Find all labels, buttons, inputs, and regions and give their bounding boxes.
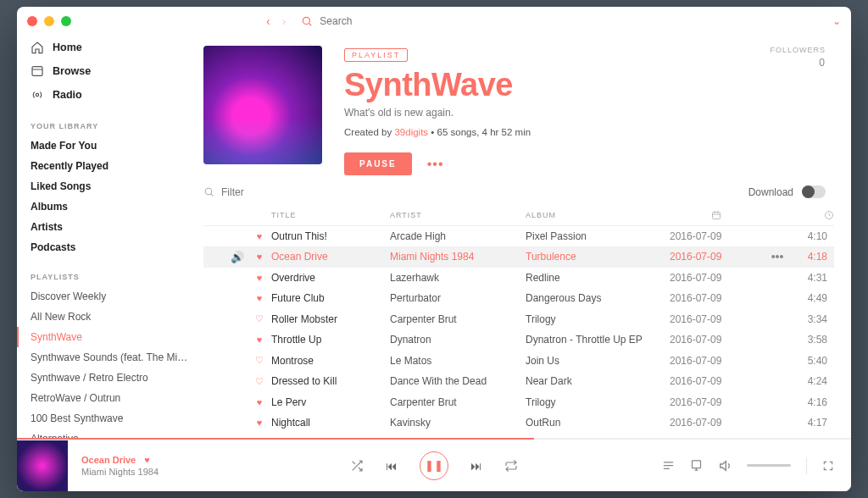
forward-button[interactable]: › xyxy=(282,14,287,28)
track-artist[interactable]: Kavinsky xyxy=(390,417,526,429)
like-button[interactable]: ♥ xyxy=(248,231,271,241)
track-album[interactable]: Dynatron - Throttle Up EP xyxy=(526,334,670,346)
filter-field[interactable] xyxy=(203,186,348,198)
track-album[interactable]: OutRun xyxy=(526,417,670,429)
track-album[interactable]: Near Dark xyxy=(526,375,670,387)
close-icon[interactable] xyxy=(27,16,37,26)
playlist-item[interactable]: All New Rock xyxy=(31,307,190,327)
minimize-icon[interactable] xyxy=(44,16,54,26)
track-row[interactable]: ♥NightcallKavinskyOutRun2016-07-094:17 xyxy=(203,412,834,434)
like-button[interactable]: ♥ xyxy=(248,273,271,283)
col-date[interactable] xyxy=(670,210,763,220)
chevron-down-icon[interactable]: ⌄ xyxy=(832,15,841,27)
playlist-cover[interactable] xyxy=(203,46,322,164)
volume-slider[interactable] xyxy=(747,464,791,467)
track-duration: 5:40 xyxy=(792,355,834,367)
library-item[interactable]: Made For You xyxy=(31,136,190,156)
col-title[interactable]: TITLE xyxy=(271,211,390,219)
like-button[interactable]: ♥ xyxy=(248,418,271,428)
play-pause-button[interactable]: ❚❚ xyxy=(420,451,448,480)
library-item[interactable]: Podcasts xyxy=(31,237,190,257)
maximize-icon[interactable] xyxy=(61,16,71,26)
track-album[interactable]: Turbulence xyxy=(526,251,670,263)
col-artist[interactable]: ARTIST xyxy=(390,211,526,219)
svg-point-3 xyxy=(36,93,38,96)
library-item[interactable]: Recently Played xyxy=(31,156,190,176)
track-artist[interactable]: Le Matos xyxy=(390,355,526,367)
shuffle-button[interactable] xyxy=(350,459,364,473)
track-row[interactable]: ♥Le PervCarpenter BrutTrilogy2016-07-094… xyxy=(203,392,834,413)
like-button[interactable]: ♥ xyxy=(248,252,271,262)
track-row[interactable]: ♥Throttle UpDynatronDynatron - Throttle … xyxy=(203,329,834,351)
library-item[interactable]: Albums xyxy=(31,196,190,217)
search-field[interactable] xyxy=(301,15,396,27)
like-button[interactable]: ♡ xyxy=(248,376,271,387)
next-button[interactable]: ⏭ xyxy=(470,459,482,473)
previous-button[interactable]: ⏮ xyxy=(386,459,398,473)
track-album[interactable]: Redline xyxy=(526,272,670,284)
playlist-item[interactable]: Synthwave Sounds (feat. The Midnight, … xyxy=(31,347,190,368)
fullscreen-button[interactable] xyxy=(822,460,834,472)
library-item[interactable]: Liked Songs xyxy=(31,176,190,196)
playlist-item[interactable]: 100 Best Synthwave xyxy=(31,408,190,429)
track-artist[interactable]: Dance With the Dead xyxy=(390,375,526,387)
track-table: TITLE ARTIST ALBUM ♥Outrun This!Arcade H… xyxy=(203,205,851,439)
nav-home[interactable]: Home xyxy=(31,36,190,59)
col-album[interactable]: ALBUM xyxy=(526,211,670,219)
repeat-button[interactable] xyxy=(504,459,518,473)
track-artist[interactable]: Carpenter Brut xyxy=(390,313,526,325)
now-playing-title[interactable]: Ocean Drive xyxy=(81,455,136,465)
track-row[interactable]: ♡Dressed to KillDance With the DeadNear … xyxy=(203,371,834,392)
track-artist[interactable]: Perturbator xyxy=(390,292,526,304)
track-row[interactable]: 🔊♥Ocean DriveMiami Nights 1984Turbulence… xyxy=(203,246,834,268)
track-row[interactable]: ♥OverdriveLazerhawkRedline2016-07-094:31 xyxy=(203,268,834,289)
nav-radio[interactable]: Radio xyxy=(31,83,190,107)
track-duration: 4:31 xyxy=(792,272,834,284)
download-toggle[interactable] xyxy=(802,185,826,198)
track-artist[interactable]: Carpenter Brut xyxy=(390,396,526,408)
progress-bar[interactable] xyxy=(17,438,851,440)
more-options-button[interactable]: ••• xyxy=(427,157,444,172)
track-album[interactable]: Join Us xyxy=(526,355,670,367)
track-artist[interactable]: Lazerhawk xyxy=(390,272,526,284)
pause-button[interactable]: PAUSE xyxy=(344,152,412,175)
like-button[interactable]: ♥ xyxy=(248,293,271,303)
track-album[interactable]: Pixel Passion xyxy=(526,230,670,242)
like-now-playing-button[interactable]: ♥ xyxy=(144,455,150,465)
library-item[interactable]: Artists xyxy=(31,217,190,237)
now-playing-artist[interactable]: Miami Nights 1984 xyxy=(81,467,159,477)
playlist-creator-link[interactable]: 39digits xyxy=(394,127,428,137)
playlist-item[interactable]: RetroWave / Outrun xyxy=(31,388,190,408)
download-label: Download xyxy=(748,186,793,198)
track-more-button[interactable]: ••• xyxy=(763,250,792,263)
now-playing-art[interactable] xyxy=(17,440,68,491)
track-album[interactable]: Dangerous Days xyxy=(526,292,670,304)
track-artist[interactable]: Miami Nights 1984 xyxy=(390,251,526,263)
playlist-item[interactable]: Discover Weekly xyxy=(31,286,190,307)
titlebar: ‹ › ⌄ xyxy=(17,7,851,36)
queue-button[interactable] xyxy=(662,459,675,472)
like-button[interactable]: ♡ xyxy=(248,355,271,366)
like-button[interactable]: ♡ xyxy=(248,313,271,324)
track-album[interactable]: Trilogy xyxy=(526,396,670,408)
filter-input[interactable] xyxy=(221,186,348,198)
track-row[interactable]: ♥Outrun This!Arcade HighPixel Passion201… xyxy=(203,226,834,247)
track-artist[interactable]: Arcade High xyxy=(390,230,526,242)
like-button[interactable]: ♥ xyxy=(248,397,271,407)
track-row[interactable]: ♡MontroseLe MatosJoin Us2016-07-095:40 xyxy=(203,351,834,372)
playlist-item[interactable]: Synthwave / Retro Electro xyxy=(31,368,190,388)
like-button[interactable]: ♥ xyxy=(248,335,271,345)
track-album[interactable]: Trilogy xyxy=(526,313,670,325)
playlist-item[interactable]: SynthWave xyxy=(17,327,190,347)
track-row[interactable]: ♡Roller MobsterCarpenter BrutTrilogy2016… xyxy=(203,309,834,330)
volume-button[interactable] xyxy=(718,459,732,473)
nav-browse[interactable]: Browse xyxy=(31,59,190,83)
track-row[interactable]: ♥Future ClubPerturbatorDangerous Days201… xyxy=(203,288,834,309)
back-button[interactable]: ‹ xyxy=(266,14,270,28)
devices-button[interactable] xyxy=(690,459,703,472)
track-duration: 3:58 xyxy=(792,334,834,346)
search-input[interactable] xyxy=(320,15,396,27)
col-duration[interactable] xyxy=(792,210,834,220)
track-artist[interactable]: Dynatron xyxy=(390,334,526,346)
svg-point-0 xyxy=(303,17,310,24)
